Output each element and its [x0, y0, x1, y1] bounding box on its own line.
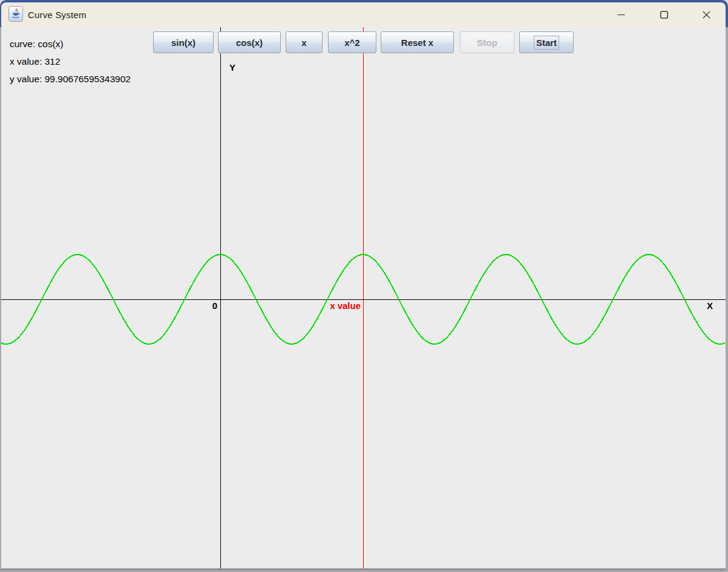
- curve-path: [1, 255, 725, 344]
- x-value-text: x value: 312: [10, 53, 131, 70]
- y-value-text: y value: 99.90676595343902: [10, 70, 131, 88]
- maximize-icon: [660, 10, 669, 19]
- window-title: Curve System: [28, 2, 87, 27]
- x-button[interactable]: x: [286, 31, 323, 53]
- start-button[interactable]: Start: [519, 31, 574, 53]
- maximize-button[interactable]: [650, 2, 678, 27]
- reset-x-button[interactable]: Reset x: [381, 31, 454, 53]
- java-coffee-cup-icon[interactable]: [8, 6, 23, 22]
- curve-info-panel: curve: cos(x) x value: 312 y value: 99.9…: [10, 35, 131, 88]
- minimize-icon: [617, 10, 626, 19]
- x-marker-label: x value: [315, 301, 361, 311]
- close-icon: [702, 10, 711, 19]
- x-axis-label: X: [707, 301, 713, 311]
- sin-button[interactable]: sin(x): [153, 31, 214, 53]
- x-squared-button[interactable]: x^2: [328, 31, 376, 53]
- close-button[interactable]: [692, 2, 720, 27]
- java-logo: [10, 8, 21, 20]
- minimize-button[interactable]: [607, 2, 635, 27]
- screen: Curve System: [0, 0, 728, 572]
- curve-name-text: curve: cos(x): [10, 35, 131, 53]
- y-axis-label: Y: [229, 62, 235, 73]
- stop-button[interactable]: Stop: [460, 31, 514, 53]
- origin-label: 0: [206, 301, 217, 311]
- title-bar[interactable]: Curve System: [1, 2, 726, 27]
- start-button-label: Start: [534, 36, 559, 50]
- cos-button[interactable]: cos(x): [218, 31, 281, 53]
- app-window: Curve System: [0, 0, 728, 572]
- plot-area: Y 0 X x value curve: cos(x) x value: 312…: [1, 27, 726, 570]
- window-bottom-frame: [1, 568, 726, 570]
- cosine-curve: [1, 27, 726, 570]
